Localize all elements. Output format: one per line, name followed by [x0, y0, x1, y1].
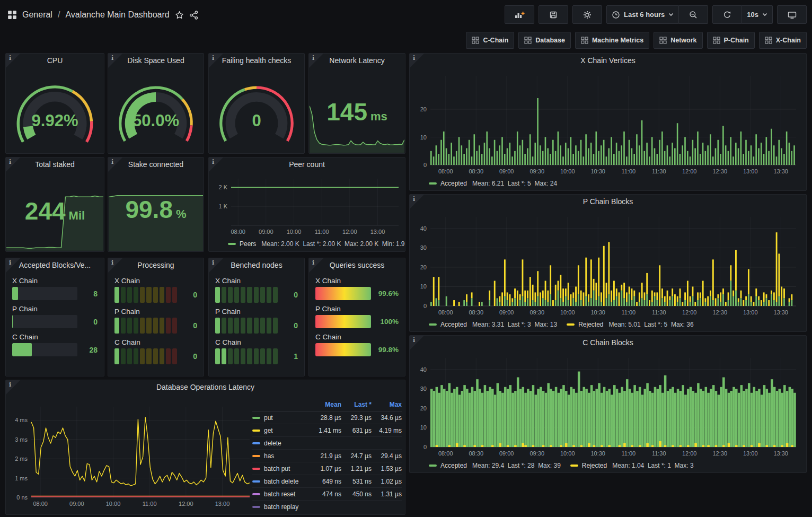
svg-text:13:00: 13:00 — [215, 501, 230, 507]
db-legend-row[interactable]: delete — [252, 437, 402, 450]
tag-label: Database — [535, 37, 565, 44]
svg-text:10: 10 — [420, 134, 427, 141]
tag-database[interactable]: Database — [518, 32, 571, 49]
lcd-cell — [140, 318, 145, 334]
chevron-down-icon — [762, 13, 767, 16]
db-legend-row[interactable]: batch replay — [252, 501, 402, 513]
add-panel-button[interactable] — [505, 5, 534, 24]
svg-text:2 K: 2 K — [218, 184, 227, 190]
panel-queries-success: i Queries success X Chain 99.6% P Chain … — [308, 258, 405, 376]
share-icon[interactable] — [189, 11, 198, 20]
time-range-picker[interactable]: Last 6 hours — [606, 5, 679, 24]
grid-icon — [659, 37, 667, 44]
tag-c-chain[interactable]: C-Chain — [466, 32, 514, 49]
svg-text:08:00: 08:00 — [33, 501, 48, 507]
db-legend-row[interactable]: batch put1.07 µs1.21 µs1.53 µs — [252, 462, 402, 475]
panel-info-icon[interactable] — [6, 380, 20, 395]
refresh-interval-picker[interactable]: 10s — [742, 5, 773, 24]
row-label: C Chain — [215, 338, 298, 346]
panel-info-icon[interactable] — [108, 157, 122, 172]
star-icon[interactable] — [175, 11, 184, 20]
panel-title[interactable]: Failing health checks — [209, 54, 304, 67]
breadcrumb-title[interactable]: Avalanche Main Dashboard — [65, 10, 169, 20]
save-dashboard-button[interactable] — [539, 5, 568, 24]
panel-title[interactable]: CPU — [6, 54, 104, 67]
panel-info-icon[interactable] — [309, 258, 323, 273]
panel-info-icon[interactable] — [309, 54, 323, 68]
tag-label: P-Chain — [724, 37, 749, 44]
chevron-down-icon — [668, 13, 674, 16]
db-table-header: Mean Last * Max — [252, 399, 402, 411]
lcd-cell — [234, 318, 239, 334]
db-legend-row[interactable]: batch delete649 ns531 ns1.02 µs — [252, 475, 402, 488]
panel-info-icon[interactable] — [410, 54, 424, 68]
svg-text:3 ms: 3 ms — [15, 436, 28, 443]
lcd-cell — [273, 287, 278, 303]
col-max[interactable]: Max — [372, 401, 402, 408]
breadcrumb-section[interactable]: General — [22, 10, 52, 20]
db-legend-row[interactable]: get1.41 ms631 µs4.19 ms — [252, 424, 402, 437]
legend-swatch — [429, 465, 437, 467]
panel-info-icon[interactable] — [209, 157, 223, 172]
zoom-out-time-button[interactable] — [679, 5, 708, 24]
panel-info-icon[interactable] — [108, 258, 122, 273]
db-legend-row[interactable]: put28.8 µs29.3 µs34.6 µs — [252, 411, 402, 424]
bar-fill — [12, 287, 18, 300]
svg-text:13:30: 13:30 — [773, 168, 788, 174]
p-chain-blocks-chart: 01020304008:0008:3009:0009:3010:0010:301… — [411, 208, 806, 321]
panel-title[interactable]: C Chain Blocks — [410, 336, 806, 349]
legend-item[interactable]: PeersMean: 2.00 K Last *: 2.00 K Max: 2.… — [228, 240, 405, 248]
panel-info-icon[interactable] — [209, 54, 223, 68]
tag-network[interactable]: Network — [654, 32, 702, 49]
panel-title[interactable]: Processing — [108, 258, 204, 272]
db-legend-row[interactable]: has21.9 µs24.7 µs29.4 µs — [252, 450, 402, 462]
panel-title[interactable]: Accepted Blocks/Ve... — [6, 258, 104, 272]
dashboards-grid-icon[interactable] — [7, 10, 17, 20]
panel-info-icon[interactable] — [410, 195, 424, 209]
legend-item[interactable]: AcceptedMean: 29.4 Last *: 28 Max: 39 — [429, 462, 561, 469]
refresh-button[interactable] — [712, 5, 742, 24]
panel-title[interactable]: Stake connected — [108, 157, 204, 171]
panel-info-icon[interactable] — [209, 258, 223, 273]
panel-title[interactable]: Network Latency — [309, 54, 405, 67]
panel-title[interactable]: P Chain Blocks — [410, 195, 806, 208]
legend-item[interactable]: AcceptedMean: 3.31 Last *: 3 Max: 13 — [429, 321, 557, 328]
tv-mode-button[interactable] — [777, 5, 807, 24]
panel-title[interactable]: Benched nodes — [209, 258, 304, 272]
panel-info-icon[interactable] — [6, 157, 20, 172]
panel-stake-connected: i Stake connected 99.8% — [108, 157, 204, 252]
svg-text:08:00: 08:00 — [231, 229, 245, 235]
dashboard-settings-button[interactable] — [572, 5, 602, 24]
row-value: 99.8% — [375, 346, 399, 354]
panel-info-icon[interactable] — [410, 336, 424, 350]
legend-item[interactable]: RejectedMean: 1.04 Last *: 1 Max: 3 — [570, 462, 694, 469]
tag-p-chain[interactable]: P-Chain — [707, 32, 755, 49]
db-legend-row[interactable]: batch reset474 ns450 ns1.31 µs — [252, 488, 402, 501]
panel-info-icon[interactable] — [6, 258, 20, 273]
lcd-cell — [160, 348, 164, 364]
row-label: C Chain — [315, 333, 399, 341]
panel-info-icon[interactable] — [108, 54, 122, 68]
tag-machine-metrics[interactable]: Machine Metrics — [575, 32, 649, 49]
lcd-cell — [241, 348, 245, 364]
panel-info-icon[interactable] — [6, 54, 20, 68]
panel-title[interactable]: Peer count — [209, 157, 405, 171]
panel-title[interactable]: Total staked — [6, 157, 104, 171]
tag-x-chain[interactable]: X-Chain — [759, 32, 807, 49]
c-chain-blocks-chart: 01020304008:0008:3009:0009:3010:0010:301… — [411, 349, 806, 462]
col-mean[interactable]: Mean — [311, 401, 341, 408]
breadcrumb-separator: / — [58, 10, 60, 20]
panel-failing-health-checks: i Failing health checks 0 — [208, 53, 305, 154]
lcd-cell — [273, 318, 278, 334]
svg-text:10:00: 10:00 — [560, 168, 575, 174]
legend-item[interactable]: AcceptedMean: 6.21 Last *: 5 Max: 24 — [429, 180, 557, 187]
col-last[interactable]: Last * — [341, 401, 372, 408]
svg-text:10: 10 — [420, 424, 427, 431]
svg-text:11:30: 11:30 — [652, 168, 666, 174]
panel-title[interactable]: X Chain Vertices — [410, 54, 806, 67]
panel-title[interactable]: Queries success — [309, 258, 405, 272]
legend-item[interactable]: RejectedMean: 5.01 Last *: 5 Max: 36 — [567, 321, 693, 328]
svg-text:30: 30 — [420, 244, 427, 251]
panel-title[interactable]: Disk Space Used — [108, 54, 204, 67]
panel-title[interactable]: Database Operations Latency — [6, 380, 405, 394]
